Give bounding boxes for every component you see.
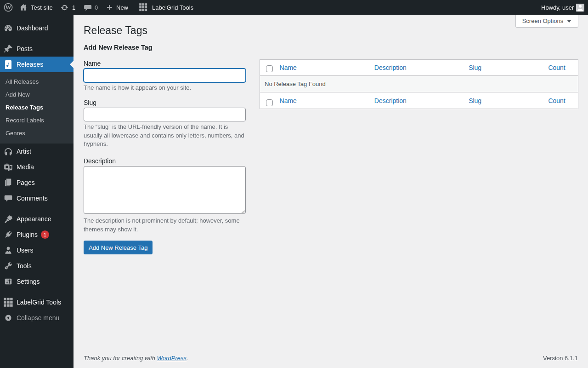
svg-text:W: W (5, 4, 11, 11)
